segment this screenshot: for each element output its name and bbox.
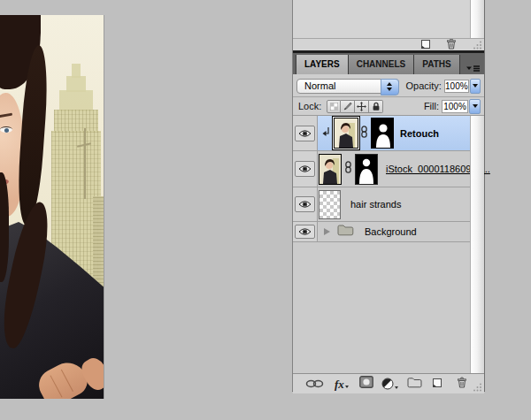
layer-mask-thumbnail[interactable] — [371, 118, 394, 149]
document-canvas[interactable] — [0, 15, 104, 399]
layer-name[interactable]: Retouch — [400, 128, 439, 139]
link-icon[interactable] — [305, 376, 324, 392]
clipping-mask-arrow-icon — [321, 126, 330, 141]
woman-eye — [0, 126, 12, 133]
layer-row-retouch[interactable]: Retouch — [293, 116, 471, 151]
layer-row-background-group[interactable]: Background — [293, 222, 471, 242]
layer-thumbnail-transparent[interactable] — [319, 190, 341, 219]
visibility-eye-icon[interactable] — [295, 196, 315, 212]
layer-row-hair-strands[interactable]: hair strands — [293, 187, 471, 222]
lock-transparency-icon[interactable] — [327, 100, 341, 113]
disclosure-triangle-icon[interactable] — [324, 228, 330, 235]
tab-channels[interactable]: CHANNELS — [349, 55, 415, 74]
visibility-eye-icon[interactable] — [295, 225, 315, 239]
upper-panel-toolbar — [293, 39, 484, 50]
panel-tab-bar: LAYERS CHANNELS PATHS — [293, 50, 484, 74]
blend-mode-select[interactable]: Normal — [296, 79, 399, 94]
lock-position-icon[interactable] — [355, 100, 369, 113]
layers-scrollbar[interactable] — [470, 116, 484, 373]
blend-mode-value: Normal — [304, 80, 335, 91]
street-pole — [84, 128, 86, 199]
layers-list: Retouch iStock_0000118 — [293, 115, 484, 373]
tab-paths[interactable]: PATHS — [414, 55, 459, 74]
trash-icon[interactable] — [457, 376, 467, 392]
upper-panel-content — [293, 0, 484, 39]
mask-link-icon[interactable] — [360, 126, 368, 141]
layers-panel: LAYERS CHANNELS PATHS Normal Opacity: 10… — [292, 0, 485, 392]
upper-panel-scrollbar[interactable] — [470, 0, 484, 38]
blend-mode-stepper — [381, 79, 399, 95]
layer-row-istock[interactable]: iStock_000011860998... — [293, 151, 471, 187]
add-mask-icon[interactable] — [359, 376, 373, 392]
lock-buttons — [327, 100, 383, 113]
lock-label: Lock: — [298, 101, 321, 111]
visibility-eye-icon[interactable] — [295, 161, 315, 177]
opacity-dropdown-button[interactable] — [470, 79, 481, 94]
desktop-background: LAYERS CHANNELS PATHS Normal Opacity: 10… — [0, 0, 531, 420]
panel-menu-icon[interactable] — [466, 60, 481, 76]
group-folder-icon — [337, 224, 354, 240]
mask-link-icon[interactable] — [344, 161, 352, 177]
layer-style-icon[interactable]: fx — [335, 379, 349, 389]
visibility-eye-icon[interactable] — [295, 126, 315, 141]
layer-thumbnail[interactable] — [319, 154, 342, 185]
tab-layers[interactable]: LAYERS — [296, 55, 349, 74]
layer-thumbnail[interactable] — [334, 118, 358, 149]
opacity-field[interactable]: 100% — [444, 80, 469, 93]
layer-name[interactable]: hair strands — [350, 199, 401, 210]
layer-name[interactable]: Background — [365, 226, 417, 237]
layer-controls: Normal Opacity: 100% Lock: — [293, 74, 484, 115]
new-layer-icon[interactable] — [432, 376, 442, 392]
fill-field[interactable]: 100% — [442, 100, 468, 113]
lock-all-icon[interactable] — [369, 100, 383, 113]
new-group-icon[interactable] — [407, 376, 422, 392]
lock-pixels-icon[interactable] — [341, 100, 355, 113]
layer-mask-thumbnail[interactable] — [355, 154, 378, 185]
opacity-label: Opacity: — [406, 80, 442, 91]
resize-grip[interactable] — [473, 379, 482, 395]
panel-bottom-toolbar: fx — [293, 373, 484, 393]
fill-dropdown-button[interactable] — [469, 99, 481, 114]
adjustment-layer-icon[interactable] — [381, 378, 398, 390]
fill-label: Fill: — [424, 101, 439, 111]
